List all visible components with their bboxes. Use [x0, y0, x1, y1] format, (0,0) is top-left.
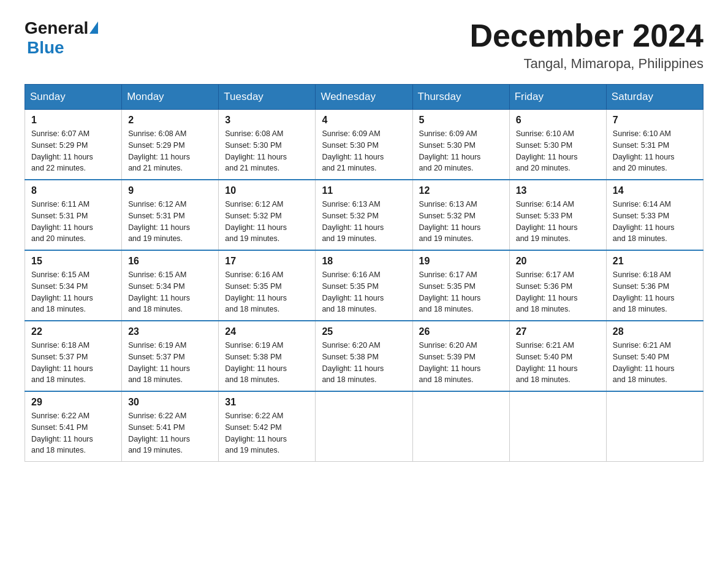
- calendar-cell: [606, 391, 703, 462]
- day-number: 11: [322, 185, 406, 196]
- day-number: 25: [322, 326, 406, 337]
- logo: General Blue: [25, 18, 98, 58]
- day-number: 2: [128, 115, 212, 126]
- day-info: Sunrise: 6:22 AMSunset: 5:41 PMDaylight:…: [31, 410, 115, 456]
- day-info: Sunrise: 6:09 AMSunset: 5:30 PMDaylight:…: [419, 128, 503, 174]
- calendar-cell: 27Sunrise: 6:21 AMSunset: 5:40 PMDayligh…: [509, 321, 606, 391]
- calendar-cell: 26Sunrise: 6:20 AMSunset: 5:39 PMDayligh…: [412, 321, 509, 391]
- day-info: Sunrise: 6:16 AMSunset: 5:35 PMDaylight:…: [322, 269, 406, 315]
- day-number: 29: [31, 397, 115, 408]
- day-number: 9: [128, 185, 212, 196]
- day-info: Sunrise: 6:12 AMSunset: 5:31 PMDaylight:…: [128, 199, 212, 245]
- col-header-saturday: Saturday: [606, 85, 703, 110]
- day-number: 22: [31, 326, 115, 337]
- calendar-cell: 9Sunrise: 6:12 AMSunset: 5:31 PMDaylight…: [122, 180, 219, 250]
- col-header-wednesday: Wednesday: [316, 85, 412, 110]
- calendar-cell: 6Sunrise: 6:10 AMSunset: 5:30 PMDaylight…: [509, 110, 606, 180]
- logo-triangle-icon: [89, 21, 98, 34]
- day-number: 3: [225, 115, 309, 126]
- day-info: Sunrise: 6:10 AMSunset: 5:30 PMDaylight:…: [516, 128, 600, 174]
- day-info: Sunrise: 6:17 AMSunset: 5:35 PMDaylight:…: [419, 269, 503, 315]
- logo-general-text: General: [25, 18, 88, 38]
- calendar-cell: 8Sunrise: 6:11 AMSunset: 5:31 PMDaylight…: [25, 180, 122, 250]
- calendar-cell: 14Sunrise: 6:14 AMSunset: 5:33 PMDayligh…: [606, 180, 703, 250]
- title-section: December 2024 Tangal, Mimaropa, Philippi…: [469, 18, 703, 72]
- calendar-cell: 24Sunrise: 6:19 AMSunset: 5:38 PMDayligh…: [219, 321, 316, 391]
- calendar-cell: 7Sunrise: 6:10 AMSunset: 5:31 PMDaylight…: [606, 110, 703, 180]
- day-info: Sunrise: 6:22 AMSunset: 5:41 PMDaylight:…: [128, 410, 212, 456]
- day-number: 31: [225, 397, 309, 408]
- day-number: 14: [613, 185, 697, 196]
- day-number: 4: [322, 115, 406, 126]
- day-number: 17: [225, 256, 309, 267]
- day-info: Sunrise: 6:13 AMSunset: 5:32 PMDaylight:…: [322, 199, 406, 245]
- calendar-week-5: 29Sunrise: 6:22 AMSunset: 5:41 PMDayligh…: [25, 391, 703, 462]
- day-info: Sunrise: 6:22 AMSunset: 5:42 PMDaylight:…: [225, 410, 309, 456]
- calendar-cell: 12Sunrise: 6:13 AMSunset: 5:32 PMDayligh…: [412, 180, 509, 250]
- calendar-cell: 13Sunrise: 6:14 AMSunset: 5:33 PMDayligh…: [509, 180, 606, 250]
- day-number: 30: [128, 397, 212, 408]
- month-year-title: December 2024: [469, 18, 703, 53]
- calendar-cell: [412, 391, 509, 462]
- calendar-cell: 25Sunrise: 6:20 AMSunset: 5:38 PMDayligh…: [316, 321, 412, 391]
- calendar-cell: 5Sunrise: 6:09 AMSunset: 5:30 PMDaylight…: [412, 110, 509, 180]
- calendar-header-row: SundayMondayTuesdayWednesdayThursdayFrid…: [25, 85, 703, 110]
- calendar-cell: 4Sunrise: 6:09 AMSunset: 5:30 PMDaylight…: [316, 110, 412, 180]
- day-info: Sunrise: 6:19 AMSunset: 5:37 PMDaylight:…: [128, 340, 212, 386]
- day-number: 13: [516, 185, 600, 196]
- col-header-tuesday: Tuesday: [219, 85, 316, 110]
- calendar-week-3: 15Sunrise: 6:15 AMSunset: 5:34 PMDayligh…: [25, 250, 703, 321]
- calendar-cell: 16Sunrise: 6:15 AMSunset: 5:34 PMDayligh…: [122, 250, 219, 321]
- calendar-cell: 17Sunrise: 6:16 AMSunset: 5:35 PMDayligh…: [219, 250, 316, 321]
- day-number: 12: [419, 185, 503, 196]
- day-info: Sunrise: 6:15 AMSunset: 5:34 PMDaylight:…: [128, 269, 212, 315]
- day-info: Sunrise: 6:13 AMSunset: 5:32 PMDaylight:…: [419, 199, 503, 245]
- calendar-cell: 30Sunrise: 6:22 AMSunset: 5:41 PMDayligh…: [122, 391, 219, 462]
- page-header: General Blue December 2024 Tangal, Mimar…: [25, 18, 703, 72]
- day-info: Sunrise: 6:10 AMSunset: 5:31 PMDaylight:…: [613, 128, 697, 174]
- day-number: 8: [31, 185, 115, 196]
- calendar-cell: 20Sunrise: 6:17 AMSunset: 5:36 PMDayligh…: [509, 250, 606, 321]
- col-header-friday: Friday: [509, 85, 606, 110]
- day-info: Sunrise: 6:11 AMSunset: 5:31 PMDaylight:…: [31, 199, 115, 245]
- day-number: 23: [128, 326, 212, 337]
- calendar-cell: 31Sunrise: 6:22 AMSunset: 5:42 PMDayligh…: [219, 391, 316, 462]
- calendar-table: SundayMondayTuesdayWednesdayThursdayFrid…: [25, 84, 703, 462]
- day-info: Sunrise: 6:07 AMSunset: 5:29 PMDaylight:…: [31, 128, 115, 174]
- day-info: Sunrise: 6:18 AMSunset: 5:37 PMDaylight:…: [31, 340, 115, 386]
- calendar-cell: 22Sunrise: 6:18 AMSunset: 5:37 PMDayligh…: [25, 321, 122, 391]
- calendar-cell: 29Sunrise: 6:22 AMSunset: 5:41 PMDayligh…: [25, 391, 122, 462]
- day-number: 19: [419, 256, 503, 267]
- day-info: Sunrise: 6:19 AMSunset: 5:38 PMDaylight:…: [225, 340, 309, 386]
- day-number: 7: [613, 115, 697, 126]
- day-info: Sunrise: 6:15 AMSunset: 5:34 PMDaylight:…: [31, 269, 115, 315]
- day-info: Sunrise: 6:18 AMSunset: 5:36 PMDaylight:…: [613, 269, 697, 315]
- day-number: 26: [419, 326, 503, 337]
- col-header-sunday: Sunday: [25, 85, 122, 110]
- location-subtitle: Tangal, Mimaropa, Philippines: [469, 56, 703, 72]
- day-number: 20: [516, 256, 600, 267]
- calendar-week-1: 1Sunrise: 6:07 AMSunset: 5:29 PMDaylight…: [25, 110, 703, 180]
- calendar-cell: 15Sunrise: 6:15 AMSunset: 5:34 PMDayligh…: [25, 250, 122, 321]
- calendar-cell: 19Sunrise: 6:17 AMSunset: 5:35 PMDayligh…: [412, 250, 509, 321]
- day-info: Sunrise: 6:08 AMSunset: 5:29 PMDaylight:…: [128, 128, 212, 174]
- day-info: Sunrise: 6:14 AMSunset: 5:33 PMDaylight:…: [613, 199, 697, 245]
- day-number: 10: [225, 185, 309, 196]
- day-number: 27: [516, 326, 600, 337]
- calendar-cell: 21Sunrise: 6:18 AMSunset: 5:36 PMDayligh…: [606, 250, 703, 321]
- logo-blue-text: Blue: [27, 38, 64, 57]
- calendar-week-2: 8Sunrise: 6:11 AMSunset: 5:31 PMDaylight…: [25, 180, 703, 250]
- day-info: Sunrise: 6:12 AMSunset: 5:32 PMDaylight:…: [225, 199, 309, 245]
- calendar-cell: [316, 391, 412, 462]
- day-info: Sunrise: 6:21 AMSunset: 5:40 PMDaylight:…: [613, 340, 697, 386]
- day-number: 24: [225, 326, 309, 337]
- calendar-cell: 28Sunrise: 6:21 AMSunset: 5:40 PMDayligh…: [606, 321, 703, 391]
- day-info: Sunrise: 6:17 AMSunset: 5:36 PMDaylight:…: [516, 269, 600, 315]
- day-number: 18: [322, 256, 406, 267]
- col-header-monday: Monday: [122, 85, 219, 110]
- calendar-cell: 23Sunrise: 6:19 AMSunset: 5:37 PMDayligh…: [122, 321, 219, 391]
- calendar-week-4: 22Sunrise: 6:18 AMSunset: 5:37 PMDayligh…: [25, 321, 703, 391]
- day-info: Sunrise: 6:21 AMSunset: 5:40 PMDaylight:…: [516, 340, 600, 386]
- day-number: 16: [128, 256, 212, 267]
- calendar-cell: 11Sunrise: 6:13 AMSunset: 5:32 PMDayligh…: [316, 180, 412, 250]
